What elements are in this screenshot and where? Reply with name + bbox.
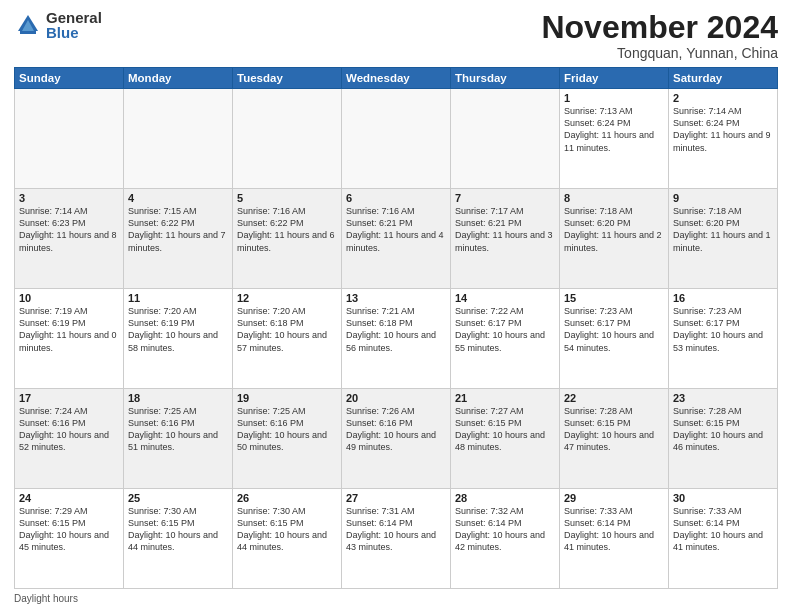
logo-general-label: General	[46, 10, 102, 25]
calendar-week-row: 1Sunrise: 7:13 AM Sunset: 6:24 PM Daylig…	[15, 89, 778, 189]
day-info: Sunrise: 7:13 AM Sunset: 6:24 PM Dayligh…	[564, 105, 664, 154]
col-wednesday: Wednesday	[342, 68, 451, 89]
table-row: 13Sunrise: 7:21 AM Sunset: 6:18 PM Dayli…	[342, 289, 451, 389]
table-row: 30Sunrise: 7:33 AM Sunset: 6:14 PM Dayli…	[669, 489, 778, 589]
table-row: 21Sunrise: 7:27 AM Sunset: 6:15 PM Dayli…	[451, 389, 560, 489]
day-number: 13	[346, 292, 446, 304]
table-row: 16Sunrise: 7:23 AM Sunset: 6:17 PM Dayli…	[669, 289, 778, 389]
col-thursday: Thursday	[451, 68, 560, 89]
day-info: Sunrise: 7:14 AM Sunset: 6:23 PM Dayligh…	[19, 205, 119, 254]
day-info: Sunrise: 7:20 AM Sunset: 6:19 PM Dayligh…	[128, 305, 228, 354]
day-info: Sunrise: 7:30 AM Sunset: 6:15 PM Dayligh…	[128, 505, 228, 554]
day-info: Sunrise: 7:33 AM Sunset: 6:14 PM Dayligh…	[564, 505, 664, 554]
day-info: Sunrise: 7:26 AM Sunset: 6:16 PM Dayligh…	[346, 405, 446, 454]
table-row: 19Sunrise: 7:25 AM Sunset: 6:16 PM Dayli…	[233, 389, 342, 489]
day-number: 15	[564, 292, 664, 304]
day-info: Sunrise: 7:24 AM Sunset: 6:16 PM Dayligh…	[19, 405, 119, 454]
logo-icon	[14, 11, 42, 39]
day-number: 3	[19, 192, 119, 204]
col-monday: Monday	[124, 68, 233, 89]
day-number: 1	[564, 92, 664, 104]
calendar-week-row: 17Sunrise: 7:24 AM Sunset: 6:16 PM Dayli…	[15, 389, 778, 489]
col-friday: Friday	[560, 68, 669, 89]
logo: General Blue	[14, 10, 102, 40]
day-number: 5	[237, 192, 337, 204]
day-number: 10	[19, 292, 119, 304]
day-number: 22	[564, 392, 664, 404]
day-number: 27	[346, 492, 446, 504]
day-number: 12	[237, 292, 337, 304]
logo-blue-label: Blue	[46, 25, 102, 40]
day-info: Sunrise: 7:14 AM Sunset: 6:24 PM Dayligh…	[673, 105, 773, 154]
day-info: Sunrise: 7:18 AM Sunset: 6:20 PM Dayligh…	[673, 205, 773, 254]
svg-rect-2	[20, 31, 36, 34]
table-row: 29Sunrise: 7:33 AM Sunset: 6:14 PM Dayli…	[560, 489, 669, 589]
day-info: Sunrise: 7:16 AM Sunset: 6:21 PM Dayligh…	[346, 205, 446, 254]
day-info: Sunrise: 7:21 AM Sunset: 6:18 PM Dayligh…	[346, 305, 446, 354]
calendar-week-row: 10Sunrise: 7:19 AM Sunset: 6:19 PM Dayli…	[15, 289, 778, 389]
day-number: 21	[455, 392, 555, 404]
table-row: 22Sunrise: 7:28 AM Sunset: 6:15 PM Dayli…	[560, 389, 669, 489]
day-info: Sunrise: 7:32 AM Sunset: 6:14 PM Dayligh…	[455, 505, 555, 554]
day-number: 24	[19, 492, 119, 504]
day-number: 6	[346, 192, 446, 204]
table-row: 1Sunrise: 7:13 AM Sunset: 6:24 PM Daylig…	[560, 89, 669, 189]
table-row: 24Sunrise: 7:29 AM Sunset: 6:15 PM Dayli…	[15, 489, 124, 589]
day-info: Sunrise: 7:28 AM Sunset: 6:15 PM Dayligh…	[564, 405, 664, 454]
month-title: November 2024	[541, 10, 778, 45]
day-number: 2	[673, 92, 773, 104]
day-number: 20	[346, 392, 446, 404]
day-info: Sunrise: 7:16 AM Sunset: 6:22 PM Dayligh…	[237, 205, 337, 254]
table-row: 8Sunrise: 7:18 AM Sunset: 6:20 PM Daylig…	[560, 189, 669, 289]
table-row: 5Sunrise: 7:16 AM Sunset: 6:22 PM Daylig…	[233, 189, 342, 289]
day-number: 11	[128, 292, 228, 304]
day-info: Sunrise: 7:22 AM Sunset: 6:17 PM Dayligh…	[455, 305, 555, 354]
table-row: 27Sunrise: 7:31 AM Sunset: 6:14 PM Dayli…	[342, 489, 451, 589]
day-info: Sunrise: 7:23 AM Sunset: 6:17 PM Dayligh…	[673, 305, 773, 354]
footer-label: Daylight hours	[14, 593, 778, 604]
day-info: Sunrise: 7:23 AM Sunset: 6:17 PM Dayligh…	[564, 305, 664, 354]
day-number: 14	[455, 292, 555, 304]
col-tuesday: Tuesday	[233, 68, 342, 89]
table-row: 10Sunrise: 7:19 AM Sunset: 6:19 PM Dayli…	[15, 289, 124, 389]
day-info: Sunrise: 7:17 AM Sunset: 6:21 PM Dayligh…	[455, 205, 555, 254]
table-row: 11Sunrise: 7:20 AM Sunset: 6:19 PM Dayli…	[124, 289, 233, 389]
table-row: 3Sunrise: 7:14 AM Sunset: 6:23 PM Daylig…	[15, 189, 124, 289]
calendar-header-row: Sunday Monday Tuesday Wednesday Thursday…	[15, 68, 778, 89]
day-info: Sunrise: 7:18 AM Sunset: 6:20 PM Dayligh…	[564, 205, 664, 254]
day-info: Sunrise: 7:31 AM Sunset: 6:14 PM Dayligh…	[346, 505, 446, 554]
day-number: 8	[564, 192, 664, 204]
table-row	[124, 89, 233, 189]
table-row: 26Sunrise: 7:30 AM Sunset: 6:15 PM Dayli…	[233, 489, 342, 589]
day-number: 25	[128, 492, 228, 504]
day-number: 17	[19, 392, 119, 404]
logo-text: General Blue	[46, 10, 102, 40]
table-row: 20Sunrise: 7:26 AM Sunset: 6:16 PM Dayli…	[342, 389, 451, 489]
table-row: 23Sunrise: 7:28 AM Sunset: 6:15 PM Dayli…	[669, 389, 778, 489]
table-row: 15Sunrise: 7:23 AM Sunset: 6:17 PM Dayli…	[560, 289, 669, 389]
day-info: Sunrise: 7:25 AM Sunset: 6:16 PM Dayligh…	[237, 405, 337, 454]
day-number: 16	[673, 292, 773, 304]
calendar-week-row: 24Sunrise: 7:29 AM Sunset: 6:15 PM Dayli…	[15, 489, 778, 589]
location-subtitle: Tongquan, Yunnan, China	[541, 45, 778, 61]
table-row: 7Sunrise: 7:17 AM Sunset: 6:21 PM Daylig…	[451, 189, 560, 289]
day-number: 4	[128, 192, 228, 204]
table-row: 12Sunrise: 7:20 AM Sunset: 6:18 PM Dayli…	[233, 289, 342, 389]
day-number: 23	[673, 392, 773, 404]
calendar-table: Sunday Monday Tuesday Wednesday Thursday…	[14, 67, 778, 589]
day-number: 30	[673, 492, 773, 504]
day-number: 29	[564, 492, 664, 504]
day-info: Sunrise: 7:28 AM Sunset: 6:15 PM Dayligh…	[673, 405, 773, 454]
day-info: Sunrise: 7:25 AM Sunset: 6:16 PM Dayligh…	[128, 405, 228, 454]
header: General Blue November 2024 Tongquan, Yun…	[14, 10, 778, 61]
day-info: Sunrise: 7:30 AM Sunset: 6:15 PM Dayligh…	[237, 505, 337, 554]
table-row	[451, 89, 560, 189]
table-row	[15, 89, 124, 189]
day-info: Sunrise: 7:15 AM Sunset: 6:22 PM Dayligh…	[128, 205, 228, 254]
table-row: 6Sunrise: 7:16 AM Sunset: 6:21 PM Daylig…	[342, 189, 451, 289]
table-row: 28Sunrise: 7:32 AM Sunset: 6:14 PM Dayli…	[451, 489, 560, 589]
col-saturday: Saturday	[669, 68, 778, 89]
table-row: 17Sunrise: 7:24 AM Sunset: 6:16 PM Dayli…	[15, 389, 124, 489]
table-row: 9Sunrise: 7:18 AM Sunset: 6:20 PM Daylig…	[669, 189, 778, 289]
calendar-week-row: 3Sunrise: 7:14 AM Sunset: 6:23 PM Daylig…	[15, 189, 778, 289]
